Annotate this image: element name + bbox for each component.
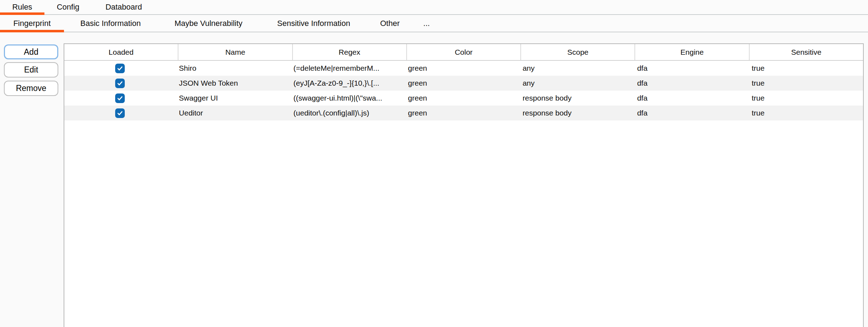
- cell-sensitive: true: [749, 94, 863, 102]
- tab-maybe-vulnerability[interactable]: Maybe Vulnerability: [157, 15, 260, 32]
- edit-button[interactable]: Edit: [4, 62, 58, 77]
- cell-regex: (=deleteMe|rememberM...: [290, 64, 405, 73]
- rules-category-tabbar: Fingerprint Basic Information Maybe Vuln…: [0, 15, 868, 32]
- table-header: Loaded Name Regex Color Scope Engine Sen…: [64, 44, 863, 61]
- tab-other[interactable]: Other: [368, 15, 412, 32]
- table-body: Shiro (=deleteMe|rememberM... green any …: [64, 61, 863, 120]
- tab-sensitive-information[interactable]: Sensitive Information: [260, 15, 368, 32]
- column-header-loaded[interactable]: Loaded: [64, 44, 178, 60]
- column-header-name[interactable]: Name: [178, 44, 293, 60]
- checkmark-icon: [117, 65, 123, 72]
- cell-engine: dfa: [634, 109, 748, 117]
- cell-scope: any: [519, 79, 634, 87]
- fingerprint-rules-pane: Add Edit Remove Loaded Name Regex Color …: [0, 32, 868, 327]
- cell-scope: response body: [519, 109, 634, 117]
- table-row-json-web-token[interactable]: JSON Web Token (eyJ[A-Za-z0-9_-]{10,}\.[…: [64, 76, 863, 91]
- table-row-swagger-ui[interactable]: Swagger UI ((swagger-ui.html)|(\"swa... …: [64, 91, 863, 106]
- tab-basic-information-label: Basic Information: [80, 19, 141, 28]
- cell-color: green: [405, 94, 519, 102]
- cell-name: Ueditor: [176, 109, 290, 117]
- cell-color: green: [405, 64, 519, 73]
- table-row-shiro[interactable]: Shiro (=deleteMe|rememberM... green any …: [64, 61, 863, 76]
- hae-rules-window: Rules Config Databoard Fingerprint Basic…: [0, 0, 868, 327]
- tab-rules[interactable]: Rules: [0, 0, 44, 14]
- tab-rules-label: Rules: [12, 2, 32, 12]
- cell-sensitive: true: [749, 79, 863, 87]
- cell-regex: (ueditor\.(config|all)\.js): [290, 109, 405, 117]
- tab-other-label: Other: [380, 19, 400, 28]
- checkmark-icon: [117, 110, 123, 117]
- column-header-sensitive[interactable]: Sensitive: [750, 44, 863, 60]
- loaded-checkbox[interactable]: [115, 93, 125, 103]
- cell-engine: dfa: [634, 94, 748, 102]
- cell-sensitive: true: [749, 109, 863, 117]
- cell-name: Swagger UI: [176, 94, 290, 102]
- checkmark-icon: [117, 95, 123, 102]
- column-header-engine[interactable]: Engine: [635, 44, 749, 60]
- cell-loaded: [64, 79, 176, 88]
- tab-databoard[interactable]: Databoard: [92, 0, 156, 14]
- tab-more-ellipsis-label: ...: [423, 19, 430, 28]
- cell-color: green: [405, 109, 519, 117]
- loaded-checkbox[interactable]: [115, 108, 125, 118]
- rules-table: Loaded Name Regex Color Scope Engine Sen…: [64, 43, 864, 327]
- loaded-checkbox[interactable]: [115, 79, 125, 88]
- cell-color: green: [405, 79, 519, 87]
- table-row-ueditor[interactable]: Ueditor (ueditor\.(config|all)\.js) gree…: [64, 106, 863, 120]
- cell-scope: any: [519, 64, 634, 73]
- cell-name: Shiro: [176, 64, 290, 73]
- tab-fingerprint-label: Fingerprint: [13, 19, 50, 28]
- column-header-scope[interactable]: Scope: [521, 44, 635, 60]
- cell-engine: dfa: [634, 79, 748, 87]
- tab-sensitive-information-label: Sensitive Information: [277, 19, 350, 28]
- cell-engine: dfa: [634, 64, 748, 73]
- checkmark-icon: [117, 80, 123, 87]
- tab-config-label: Config: [57, 2, 80, 12]
- cell-name: JSON Web Token: [176, 79, 290, 87]
- column-header-color[interactable]: Color: [407, 44, 521, 60]
- tab-fingerprint[interactable]: Fingerprint: [0, 15, 64, 32]
- tab-basic-information[interactable]: Basic Information: [64, 15, 157, 32]
- tab-more-ellipsis[interactable]: ...: [412, 15, 441, 32]
- cell-regex: ((swagger-ui.html)|(\"swa...: [290, 94, 405, 102]
- cell-loaded: [64, 64, 176, 73]
- remove-button[interactable]: Remove: [4, 81, 58, 96]
- cell-loaded: [64, 108, 176, 118]
- loaded-checkbox[interactable]: [115, 64, 125, 73]
- tab-maybe-vulnerability-label: Maybe Vulnerability: [175, 19, 242, 28]
- cell-loaded: [64, 93, 176, 103]
- tab-databoard-label: Databoard: [106, 2, 142, 12]
- cell-scope: response body: [519, 94, 634, 102]
- cell-regex: (eyJ[A-Za-z0-9_-]{10,}\.[...: [290, 79, 405, 87]
- primary-tabbar: Rules Config Databoard: [0, 0, 868, 15]
- cell-sensitive: true: [749, 64, 863, 73]
- tab-config[interactable]: Config: [44, 0, 92, 14]
- add-button[interactable]: Add: [4, 44, 58, 59]
- column-header-regex[interactable]: Regex: [293, 44, 407, 60]
